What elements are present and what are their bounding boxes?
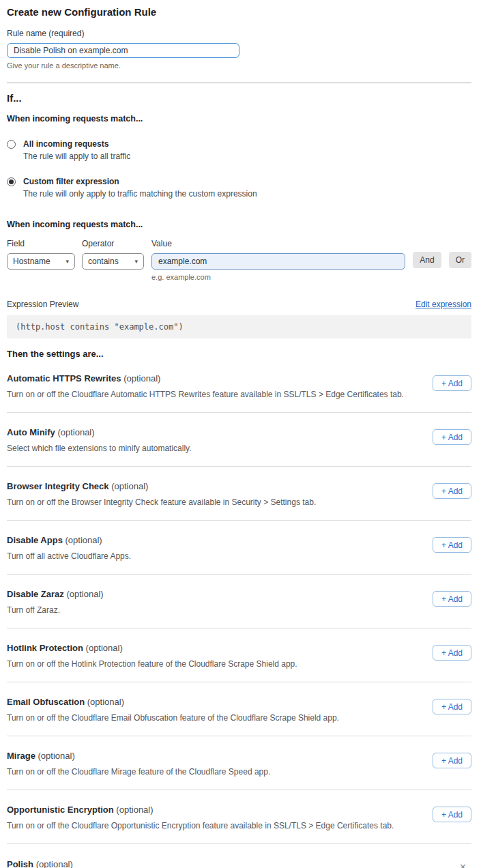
add-setting-button[interactable]: + Add: [433, 753, 471, 768]
field-select-value: Hostname: [13, 257, 50, 266]
setting-row: Disable Zaraz (optional) Turn off Zaraz.…: [7, 575, 471, 628]
operator-select-value: contains: [88, 257, 119, 266]
page-title: Create new Configuration Rule: [7, 6, 471, 18]
radio-all-incoming-requests[interactable]: All incoming requests The rule will appl…: [7, 139, 471, 161]
setting-description: Turn off Zaraz.: [7, 605, 104, 615]
setting-name: Auto Minify: [7, 427, 55, 437]
add-setting-button[interactable]: + Add: [433, 591, 471, 607]
setting-description: Select which file extensions to minify a…: [7, 444, 192, 453]
setting-name: Polish: [7, 859, 33, 868]
settings-heading: Then the settings are...: [7, 349, 471, 359]
setting-name: Disable Zaraz: [7, 589, 64, 599]
radio-description: The rule will apply to all traffic: [23, 151, 130, 161]
setting-optional-tag: (optional): [123, 373, 160, 384]
add-setting-button[interactable]: + Add: [433, 483, 471, 499]
setting-description: Turn off all active Cloudflare Apps.: [7, 551, 131, 561]
setting-row: Auto Minify (optional) Select which file…: [7, 413, 471, 467]
setting-row: Automatic HTTPS Rewrites (optional) Turn…: [7, 359, 471, 413]
setting-optional-tag: (optional): [66, 589, 103, 599]
setting-description: Turn on or off the Cloudflare Opportunis…: [7, 821, 394, 830]
setting-row: Opportunistic Encryption (optional) Turn…: [7, 790, 471, 844]
rule-name-input[interactable]: [7, 43, 239, 58]
or-button[interactable]: Or: [449, 252, 471, 268]
radio-label: All incoming requests: [23, 139, 130, 149]
setting-name: Automatic HTTPS Rewrites: [7, 373, 121, 384]
add-setting-button[interactable]: + Add: [433, 645, 471, 661]
rule-name-helper: Give your rule a descriptive name.: [7, 61, 471, 70]
close-icon[interactable]: ✕: [459, 863, 467, 868]
setting-optional-tag: (optional): [111, 481, 148, 491]
setting-description: Turn on or off the Cloudflare Automatic …: [7, 390, 404, 399]
edit-expression-link[interactable]: Edit expression: [416, 300, 471, 309]
value-input[interactable]: [151, 253, 405, 270]
value-label: Value: [151, 239, 405, 248]
expression-preview-code: (http.host contains "example.com"): [7, 315, 471, 338]
rule-name-label: Rule name (required): [7, 29, 471, 38]
setting-optional-tag: (optional): [86, 643, 123, 653]
setting-optional-tag: (optional): [38, 751, 75, 761]
expression-preview-header: Expression Preview Edit expression: [7, 300, 471, 309]
radio-label: Custom filter expression: [23, 177, 257, 186]
incoming-requests-match-heading: When incoming requests match...: [7, 114, 471, 124]
if-heading: If...: [7, 92, 471, 104]
create-configuration-rule-form: Create new Configuration Rule Rule name …: [0, 0, 481, 868]
setting-name: Mirage: [7, 751, 35, 761]
add-setting-button[interactable]: + Add: [433, 807, 471, 822]
chevron-down-icon: ▾: [134, 258, 138, 265]
settings-list: Automatic HTTPS Rewrites (optional) Turn…: [7, 359, 471, 844]
setting-name: Hotlink Protection: [7, 643, 83, 653]
add-setting-button[interactable]: + Add: [433, 699, 471, 714]
radio-description: The rule will only apply to traffic matc…: [23, 189, 257, 199]
and-button[interactable]: And: [413, 252, 441, 268]
radio-custom-filter-expression[interactable]: Custom filter expression The rule will o…: [7, 177, 471, 199]
setting-row: Disable Apps (optional) Turn off all act…: [7, 521, 471, 575]
setting-optional-tag: (optional): [87, 697, 124, 707]
setting-row: Hotlink Protection (optional) Turn on or…: [7, 628, 471, 682]
value-helper: e.g. example.com: [151, 273, 405, 281]
setting-name: Disable Apps: [7, 535, 63, 545]
setting-description: Turn on or off the Cloudflare Mirage fea…: [7, 767, 270, 777]
setting-optional-tag: (optional): [36, 859, 73, 868]
operator-label: Operator: [82, 239, 144, 248]
expression-builder-row: Field Hostname ▾ Operator contains ▾ Val…: [7, 239, 471, 281]
setting-description: Turn on or off the Browser Integrity Che…: [7, 497, 316, 507]
setting-optional-tag: (optional): [116, 805, 153, 815]
section-divider: [7, 83, 471, 83]
field-label: Field: [7, 239, 75, 248]
setting-description: Turn on or off the Cloudflare Email Obfu…: [7, 713, 339, 723]
setting-row: Email Obfuscation (optional) Turn on or …: [7, 682, 471, 736]
radio-icon[interactable]: [7, 177, 16, 186]
add-setting-button[interactable]: + Add: [433, 375, 471, 391]
setting-optional-tag: (optional): [57, 427, 94, 437]
expression-preview-label: Expression Preview: [7, 300, 78, 309]
setting-name: Opportunistic Encryption: [7, 805, 114, 815]
field-select[interactable]: Hostname ▾: [7, 253, 75, 270]
chevron-down-icon: ▾: [65, 258, 69, 265]
operator-select[interactable]: contains ▾: [82, 253, 144, 270]
expression-builder-heading: When incoming requests match...: [7, 220, 471, 229]
setting-name: Email Obfuscation: [7, 697, 85, 707]
add-setting-button[interactable]: + Add: [433, 429, 471, 445]
setting-row: Browser Integrity Check (optional) Turn …: [7, 467, 471, 521]
add-setting-button[interactable]: + Add: [433, 537, 471, 553]
radio-icon[interactable]: [7, 140, 16, 149]
setting-name: Browser Integrity Check: [7, 481, 109, 491]
setting-description: Turn on or off the Hotlink Protection fe…: [7, 659, 297, 669]
setting-row: Mirage (optional) Turn on or off the Clo…: [7, 736, 471, 790]
setting-optional-tag: (optional): [65, 535, 102, 545]
setting-row-polish: ✕ Polish (optional) Change the settings …: [7, 844, 471, 868]
